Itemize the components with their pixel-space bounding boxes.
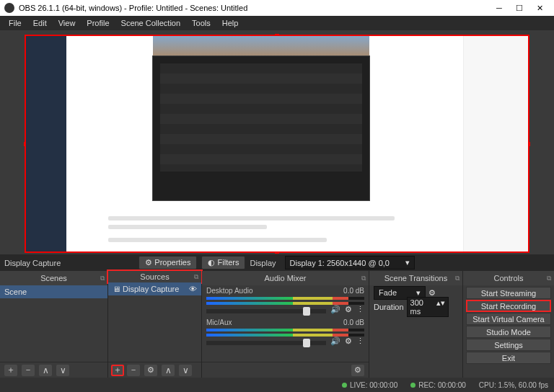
menu-edit[interactable]: Edit xyxy=(27,17,53,29)
menu-file[interactable]: File xyxy=(3,17,27,29)
scene-row[interactable]: Scene xyxy=(0,285,107,298)
close-button[interactable]: ✕ xyxy=(529,0,550,16)
rec-indicator-icon xyxy=(410,383,416,388)
kebab-icon[interactable]: ⋮ xyxy=(356,337,364,346)
window-titlebar: OBS 26.1.1 (64-bit, windows) - Profile: … xyxy=(0,0,554,16)
menu-view[interactable]: View xyxy=(53,17,82,29)
popout-icon[interactable]: ⧉ xyxy=(100,275,105,282)
filters-button[interactable]: ◐ Filters xyxy=(201,256,245,270)
audio-meter xyxy=(206,297,364,300)
source-properties-button[interactable]: ⚙ xyxy=(144,365,157,376)
volume-slider[interactable] xyxy=(206,341,326,345)
popout-icon[interactable]: ⧉ xyxy=(455,275,460,282)
duration-label: Duration xyxy=(374,303,404,311)
main-menu-bar: File Edit View Profile Scene Collection … xyxy=(0,16,554,30)
audio-meter xyxy=(206,302,364,305)
start-streaming-button[interactable]: Start Streaming xyxy=(466,287,551,299)
window-title: OBS 26.1.1 (64-bit, windows) - Profile: … xyxy=(19,4,247,12)
monitor-icon: 🖥 xyxy=(113,285,120,293)
display-select[interactable]: Display 1: 2560x1440 @ 0,0 ▾ xyxy=(285,256,415,270)
source-up-button[interactable]: ∧ xyxy=(162,365,175,376)
preview-canvas[interactable] xyxy=(25,35,529,253)
minimize-button[interactable]: ─ xyxy=(489,0,509,16)
scene-add-button[interactable]: ＋ xyxy=(4,365,17,376)
controls-panel-header[interactable]: Controls ⧉ xyxy=(463,271,554,285)
start-recording-button[interactable]: Start Recording xyxy=(466,300,551,312)
mixer-panel-header[interactable]: Audio Mixer ⧉ xyxy=(202,271,369,285)
popout-icon[interactable]: ⧉ xyxy=(547,275,551,282)
speaker-icon[interactable]: 🔊 xyxy=(330,305,340,314)
mixer-channel: Desktop Audio0.0 dB 🔊 ⚙ ⋮ xyxy=(206,287,364,314)
audio-meter xyxy=(206,329,364,331)
menu-profile[interactable]: Profile xyxy=(81,17,115,29)
exit-button[interactable]: Exit xyxy=(466,352,551,364)
chevron-down-icon: ▾ xyxy=(405,258,410,267)
filter-icon: ◐ xyxy=(208,258,215,267)
cpu-fps-readout: CPU: 1.5%, 60.00 fps xyxy=(479,381,548,389)
transition-settings-icon[interactable]: ⚙ xyxy=(428,288,436,298)
visibility-toggle-icon[interactable]: 👁 xyxy=(189,285,197,293)
start-virtual-camera-button[interactable]: Start Virtual Camera xyxy=(466,313,551,325)
scene-down-button[interactable]: ∨ xyxy=(56,365,69,376)
volume-slider[interactable] xyxy=(206,309,326,313)
transitions-panel-header[interactable]: Scene Transitions ⧉ xyxy=(369,271,462,285)
scenes-panel-header[interactable]: Scenes ⧉ xyxy=(0,271,107,285)
source-remove-button[interactable]: － xyxy=(127,365,140,376)
sources-panel-header[interactable]: Sources ⧉ xyxy=(107,270,203,284)
scene-remove-button[interactable]: － xyxy=(22,365,35,376)
duration-input[interactable]: 300 ms▴▾ xyxy=(407,297,449,317)
source-down-button[interactable]: ∨ xyxy=(179,365,192,376)
kebab-icon[interactable]: ⋮ xyxy=(356,305,364,314)
audio-meter xyxy=(206,334,364,337)
speaker-icon[interactable]: 🔊 xyxy=(330,337,340,346)
scenes-toolbar: ＋ － ∧ ∨ xyxy=(0,362,107,378)
popout-icon[interactable]: ⧉ xyxy=(361,275,366,282)
source-toolbar: Display Capture ⚙ Properties ◐ Filters D… xyxy=(0,254,554,271)
channel-settings-icon[interactable]: ⚙ xyxy=(345,305,352,314)
status-bar: LIVE: 00:00:00 REC: 00:00:00 CPU: 1.5%, … xyxy=(0,378,554,392)
live-indicator-icon xyxy=(342,383,347,388)
source-add-button[interactable]: ＋ xyxy=(111,365,124,376)
channel-settings-icon[interactable]: ⚙ xyxy=(345,337,352,346)
gear-icon: ⚙ xyxy=(145,258,152,267)
settings-button[interactable]: Settings xyxy=(466,339,551,351)
mixer-channel: Mic/Aux0.0 dB 🔊 ⚙ ⋮ xyxy=(206,318,364,346)
maximize-button[interactable]: ☐ xyxy=(509,0,529,16)
properties-button[interactable]: ⚙ Properties xyxy=(138,256,197,270)
menu-tools[interactable]: Tools xyxy=(186,17,216,29)
source-row[interactable]: 🖥 Display Capture 👁 xyxy=(108,282,201,295)
spinner-icon[interactable]: ▴▾ xyxy=(436,298,445,316)
mixer-settings-button[interactable]: ⚙ xyxy=(351,365,364,376)
display-label: Display xyxy=(250,259,276,267)
scene-up-button[interactable]: ∧ xyxy=(39,365,52,376)
popout-icon[interactable]: ⧉ xyxy=(194,273,198,281)
captured-display-content xyxy=(26,36,528,251)
studio-mode-button[interactable]: Studio Mode xyxy=(466,326,551,338)
app-logo-icon xyxy=(4,3,14,13)
menu-scene-collection[interactable]: Scene Collection xyxy=(115,17,187,29)
selected-source-name: Display Capture xyxy=(4,259,61,267)
chevron-down-icon: ▾ xyxy=(416,288,421,298)
sources-toolbar: ＋ － ⚙ ∧ ∨ xyxy=(108,362,201,378)
menu-help[interactable]: Help xyxy=(216,17,245,29)
